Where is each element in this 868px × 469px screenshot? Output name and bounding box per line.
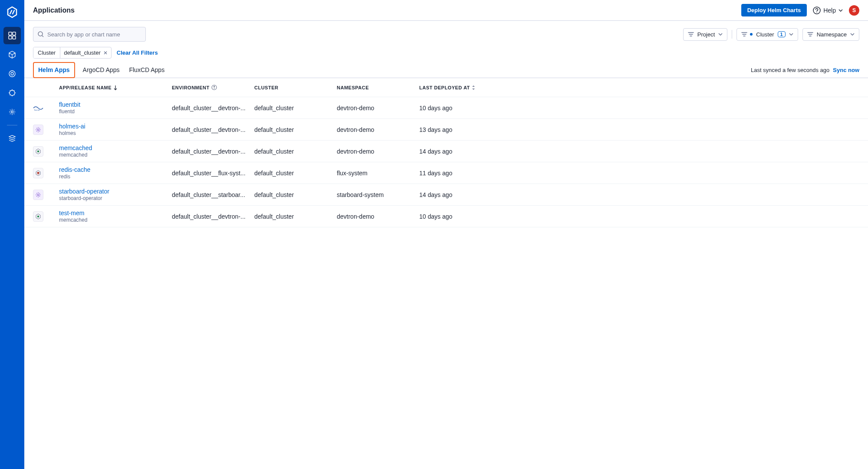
table-row: holmes-ai holmes default_cluster__devtro… — [24, 119, 868, 141]
app-link[interactable]: redis-cache — [59, 166, 172, 173]
sidebar — [0, 0, 24, 469]
cell-cluster: default_cluster — [254, 191, 337, 198]
svg-point-15 — [37, 194, 39, 196]
cell-namespace: devtron-demo — [337, 148, 419, 155]
svg-point-13 — [37, 129, 39, 131]
cell-deployed: 13 days ago — [419, 126, 502, 133]
table-row: memcached memcached default_cluster__dev… — [24, 141, 868, 162]
remove-chip-button[interactable]: ✕ — [103, 50, 108, 56]
help-icon — [813, 7, 821, 14]
col-app-name[interactable]: APP/RELEASE NAME — [59, 85, 172, 90]
nav-helm[interactable] — [3, 84, 21, 102]
tab-helm-apps[interactable]: Helm Apps — [33, 62, 75, 78]
cell-environment: default_cluster__devtron-... — [172, 213, 254, 220]
svg-rect-1 — [13, 32, 16, 35]
cell-deployed: 14 days ago — [419, 191, 502, 198]
nav-applications[interactable] — [3, 27, 21, 44]
col-environment[interactable]: ENVIRONMENT — [172, 85, 254, 90]
filter-divider — [732, 30, 732, 39]
clear-all-filters[interactable]: Clear All Filters — [117, 49, 158, 56]
fluentd-icon: fluentd — [33, 103, 43, 113]
search-icon — [38, 31, 44, 37]
app-link[interactable]: memcached — [59, 144, 172, 151]
cell-cluster: default_cluster — [254, 148, 337, 155]
active-filter-chip: Cluster default_cluster ✕ — [33, 47, 112, 59]
cell-environment: default_cluster__devtron-... — [172, 105, 254, 112]
nav-cube[interactable] — [3, 46, 21, 63]
chip-label: Cluster — [33, 47, 60, 58]
filter-icon — [688, 32, 694, 37]
main-content: Applications Deploy Helm Charts Help S P — [24, 0, 868, 469]
cell-namespace: devtron-demo — [337, 105, 419, 112]
cell-environment: default_cluster__devtron-... — [172, 126, 254, 133]
sort-down-icon — [113, 85, 118, 90]
app-chart-name: memcached — [59, 152, 172, 158]
col-cluster[interactable]: CLUSTER — [254, 85, 337, 90]
last-synced-text: Last synced a few seconds ago — [751, 67, 829, 73]
active-dot-icon — [750, 33, 753, 36]
app-logo — [3, 3, 21, 21]
db-icon — [33, 146, 43, 157]
chevron-down-icon — [850, 33, 855, 36]
app-link[interactable]: test-mem — [59, 210, 172, 216]
app-chart-name: memcached — [59, 217, 172, 223]
cell-deployed: 10 days ago — [419, 213, 502, 220]
svg-point-7 — [11, 111, 13, 113]
help-menu[interactable]: Help — [813, 7, 843, 14]
cell-cluster: default_cluster — [254, 213, 337, 220]
cell-namespace: starboard-system — [337, 191, 419, 198]
cell-deployed: 11 days ago — [419, 170, 502, 177]
cell-environment: default_cluster__devtron-... — [172, 148, 254, 155]
app-link[interactable]: starboard-operator — [59, 188, 172, 195]
app-chart-name: holmes — [59, 130, 172, 136]
cell-namespace: devtron-demo — [337, 126, 419, 133]
svg-point-4 — [9, 71, 15, 77]
cell-namespace: devtron-demo — [337, 213, 419, 220]
svg-rect-2 — [9, 36, 12, 39]
cluster-filter-count: 1 — [778, 31, 786, 37]
apps-table: APP/RELEASE NAME ENVIRONMENT CLUSTER NAM… — [24, 78, 868, 227]
tab-argocd-apps[interactable]: ArgoCD Apps — [81, 62, 122, 78]
app-chart-name: redis — [59, 174, 172, 180]
cell-environment: default_cluster__flux-syst... — [172, 170, 254, 177]
cell-deployed: 14 days ago — [419, 148, 502, 155]
chevron-down-icon — [838, 9, 843, 12]
nav-target[interactable] — [3, 65, 21, 82]
app-chart-name: starboard-operator — [59, 195, 172, 201]
sidebar-divider — [7, 125, 17, 125]
namespace-filter[interactable]: Namespace — [802, 28, 859, 41]
deploy-helm-button[interactable]: Deploy Helm Charts — [741, 4, 807, 16]
gear-purple-icon — [33, 125, 43, 135]
app-link[interactable]: holmes-ai — [59, 123, 172, 130]
table-row: fluentd fluentbit fluentd default_cluste… — [24, 97, 868, 119]
svg-point-10 — [38, 32, 43, 36]
app-link[interactable]: fluentbit — [59, 101, 172, 108]
search-input[interactable] — [47, 31, 141, 38]
cube-icon — [8, 51, 16, 59]
chip-value: default_cluster — [64, 49, 101, 56]
svg-rect-3 — [13, 36, 16, 39]
col-namespace[interactable]: NAMESPACE — [337, 85, 419, 90]
search-box[interactable] — [33, 27, 146, 42]
sync-now-button[interactable]: Sync now — [833, 67, 859, 73]
help-label: Help — [823, 7, 836, 14]
tab-fluxcd-apps[interactable]: FluxCD Apps — [127, 62, 166, 78]
sort-both-icon — [472, 85, 475, 90]
cluster-filter[interactable]: Cluster 1 — [736, 28, 798, 41]
nav-stack[interactable] — [3, 130, 21, 147]
stack-icon — [8, 134, 16, 142]
filter-icon — [741, 32, 747, 37]
filter-icon — [807, 32, 813, 37]
svg-point-5 — [11, 72, 13, 75]
gear-purple-icon — [33, 190, 43, 200]
table-row: test-mem memcached default_cluster__devt… — [24, 206, 868, 227]
col-deployed[interactable]: LAST DEPLOYED AT — [419, 85, 502, 90]
svg-rect-14 — [37, 151, 39, 152]
topbar: Applications Deploy Helm Charts Help S — [24, 0, 868, 21]
user-avatar[interactable]: S — [849, 5, 859, 16]
table-row: starboard-operator starboard-operator de… — [24, 184, 868, 206]
nav-settings[interactable] — [3, 103, 21, 121]
project-filter[interactable]: Project — [683, 28, 727, 41]
cell-cluster: default_cluster — [254, 126, 337, 133]
info-icon — [211, 85, 217, 90]
